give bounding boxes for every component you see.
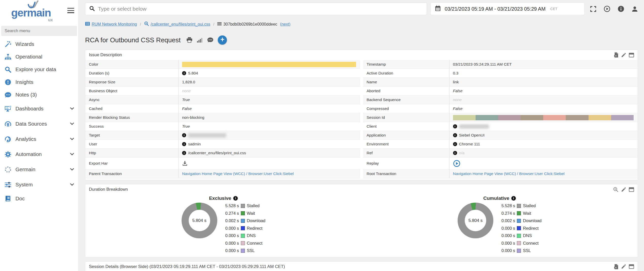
legend-swatch	[241, 241, 245, 245]
signal-bars-button[interactable]	[197, 37, 203, 43]
table-row: Export Har	[85, 158, 360, 169]
export-csv-icon[interactable]	[614, 264, 618, 269]
sidebar-item-label: Doc	[15, 196, 25, 202]
legend-swatch	[241, 204, 245, 208]
info-icon[interactable]: i	[182, 151, 186, 155]
table-row: Color	[85, 60, 360, 69]
print-button[interactable]	[186, 37, 192, 43]
zoom-in-icon	[144, 21, 149, 27]
chevron-down-icon	[70, 138, 74, 140]
book-icon	[4, 195, 12, 202]
redacted-value	[459, 124, 489, 129]
table-row: Business Object none	[85, 87, 360, 95]
sidebar-item-label: Insights	[15, 79, 33, 85]
root-transaction-link[interactable]: Navigation Home Page View (WCC) / Browse…	[453, 171, 565, 176]
sidebar-item-operational[interactable]: Operational	[0, 50, 78, 63]
table-row: Client i	[363, 122, 638, 131]
row-value: False	[182, 106, 192, 111]
info-icon[interactable]: i	[182, 133, 186, 137]
date-range-picker[interactable]: 03/21/2023 05:19 AM - 03/21/2023 05:29 A…	[431, 3, 584, 15]
info-icon[interactable]: i	[453, 124, 457, 128]
chart-legend: 5.528 sStalled 0.274 sWait 0.002 sDownlo…	[219, 202, 265, 255]
info-icon[interactable]: i	[182, 71, 186, 75]
sidebar-search-input[interactable]	[1, 26, 77, 36]
color-swatch-bar	[182, 62, 356, 67]
edit-pencil-icon[interactable]	[621, 187, 626, 192]
sidebar-collapse-button[interactable]	[67, 8, 74, 14]
row-label: Business Object	[85, 87, 179, 95]
row-label: Aborted	[363, 87, 450, 95]
window-icon[interactable]	[629, 53, 634, 57]
global-search[interactable]	[85, 3, 427, 15]
info-icon[interactable]: i	[453, 151, 457, 155]
database-icon	[4, 120, 12, 127]
info-icon[interactable]: i	[453, 133, 457, 137]
row-label: Timestamp	[363, 60, 450, 69]
table-row: Response Size 1,828.0	[85, 78, 360, 87]
breadcrumb-dashboard[interactable]: RUM Network Monitoring	[85, 22, 137, 27]
edit-pencil-icon[interactable]	[621, 52, 626, 58]
row-value: False	[453, 106, 463, 111]
global-search-input[interactable]	[98, 6, 423, 12]
parent-transaction-link[interactable]: Navigation Home Page View (WCC) / Browse…	[182, 171, 294, 176]
fullscreen-button[interactable]	[590, 6, 596, 12]
user-button[interactable]	[632, 6, 638, 12]
info-icon[interactable]: i	[182, 142, 186, 146]
zoom-icon[interactable]	[613, 187, 618, 192]
row-label: Compressed	[363, 104, 450, 113]
row-label: Active Duration	[363, 69, 450, 78]
row-value: True	[182, 98, 190, 102]
sidebar-item-doc[interactable]: Doc	[0, 192, 78, 205]
table-row: Active Duration 0.3	[363, 69, 638, 78]
comment-dots-icon	[4, 91, 12, 98]
info-icon[interactable]: i	[233, 196, 238, 201]
sidebar-item-insights[interactable]: Insights	[0, 76, 78, 88]
table-row: Cached False	[85, 104, 360, 113]
sidebar-item-label: Germain	[15, 166, 35, 172]
next-record-link[interactable]: (next)	[280, 22, 290, 27]
legend-item: 0.000 sRedirect	[219, 225, 265, 232]
edit-pencil-icon[interactable]	[621, 264, 626, 269]
info-circle-button[interactable]	[618, 6, 624, 12]
sidebar-item-wizards[interactable]: Wizards	[0, 38, 78, 50]
title-row: RCA for Outbound CSS Request +	[85, 35, 638, 45]
analytics-nodes-icon	[4, 136, 12, 143]
timezone-label: CET	[550, 7, 557, 11]
info-icon[interactable]: i	[453, 142, 457, 146]
table-row: Application iSiebel OpenUI	[363, 131, 638, 140]
play-circle-button[interactable]	[604, 6, 610, 12]
dashboard-monitor-icon	[4, 105, 12, 112]
table-row: Session Id	[363, 113, 638, 122]
window-icon[interactable]	[629, 264, 634, 269]
replay-play-button[interactable]	[453, 160, 460, 167]
sidebar-item-analytics[interactable]: Analytics	[0, 131, 78, 147]
legend-item: 0.002 sDownload	[219, 217, 265, 225]
sidebar-item-label: Analytics	[15, 136, 36, 142]
sidebar-item-notes[interactable]: Notes (3)	[0, 88, 78, 101]
duration-charts: Exclusive i 5.804 s 5.528 sStalled 0.274…	[85, 195, 638, 257]
window-icon[interactable]	[629, 187, 634, 192]
row-label: Root Transaction	[363, 169, 450, 178]
table-row: Environment iChrome 111	[363, 140, 638, 149]
sidebar-item-dashboards[interactable]: Dashboards	[0, 101, 78, 116]
info-icon[interactable]: i	[511, 196, 516, 201]
chevron-down-icon	[70, 183, 74, 186]
sidebar-menu: Wizards Operational Explore your data In…	[0, 38, 78, 205]
sidebar-item-system[interactable]: System	[0, 177, 78, 192]
sidebar-item-automation[interactable]: Automation	[0, 147, 78, 162]
table-row: Success True	[85, 122, 360, 131]
record-id: 307bdb0b0269b1e0000ddeec	[223, 22, 277, 27]
legend-item: 0.000 sConnect	[219, 240, 265, 247]
export-csv-icon[interactable]	[614, 52, 618, 58]
panel-header: Duration Breakdown	[85, 184, 638, 195]
sidebar-item-data-sources[interactable]: Data Sources	[0, 116, 78, 131]
legend-swatch	[517, 241, 521, 245]
row-value: 0.3	[453, 71, 459, 75]
donut-chart: 5.804 s	[182, 203, 217, 238]
download-har-icon[interactable]	[182, 161, 188, 166]
sidebar-item-explore[interactable]: Explore your data	[0, 63, 78, 76]
breadcrumb-request[interactable]: /callcenter_enu/files/print_oui.css	[144, 21, 210, 27]
comment-button[interactable]	[207, 37, 213, 43]
add-button[interactable]: +	[218, 35, 227, 45]
sidebar-item-germain[interactable]: Germain	[0, 162, 78, 177]
